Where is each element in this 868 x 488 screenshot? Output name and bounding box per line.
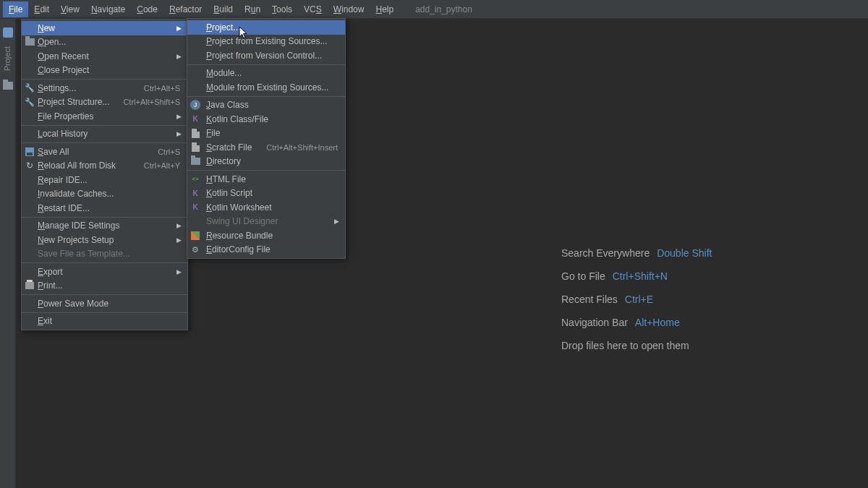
- new-menu-item-project[interactable]: Project...: [187, 20, 345, 35]
- menu-item-label: Print...: [38, 281, 180, 291]
- new-menu-item-editorconfig-file[interactable]: ⚙EditorConfig File: [187, 243, 345, 257]
- menu-separator: [22, 262, 187, 263]
- new-menu-item-directory[interactable]: Directory: [187, 155, 345, 169]
- new-menu-item-module[interactable]: Module...: [187, 67, 345, 81]
- file-menu-item-exit[interactable]: Exit: [22, 314, 187, 329]
- wrench-icon: 🔧: [25, 83, 35, 93]
- new-menu-item-file[interactable]: File: [187, 127, 345, 141]
- menu-item-label: File: [206, 128, 338, 138]
- file-menu-item-project-structure[interactable]: 🔧Project Structure...Ctrl+Alt+Shift+S: [22, 95, 187, 110]
- new-menu-item-scratch-file[interactable]: Scratch FileCtrl+Alt+Shift+Insert: [187, 140, 345, 155]
- file-menu-item-local-history[interactable]: Local History▶: [22, 127, 187, 142]
- menu-run[interactable]: Run: [239, 1, 266, 17]
- menu-tools[interactable]: Tools: [266, 1, 298, 17]
- menu-item-label: Close Project: [38, 65, 180, 75]
- menu-item-label: Kotlin Script: [206, 188, 338, 198]
- new-menu-item-project-from-existing-sources[interactable]: Project from Existing Sources...: [187, 35, 345, 49]
- file-icon: [190, 128, 200, 138]
- submenu-arrow-icon: ▶: [176, 25, 182, 32]
- folder-tool-icon[interactable]: [0, 77, 16, 93]
- menu-shortcut: Ctrl+Alt+S: [144, 84, 180, 93]
- menu-file[interactable]: File: [3, 1, 28, 17]
- menu-item-label: Repair IDE...: [38, 175, 180, 185]
- menu-window[interactable]: Window: [328, 1, 370, 17]
- menu-shortcut: Ctrl+Alt+Shift+Insert: [266, 143, 338, 152]
- new-menu-item-kotlin-class-file[interactable]: KKotlin Class/File: [187, 112, 345, 127]
- file-menu-item-close-project[interactable]: Close Project: [22, 64, 187, 78]
- file-menu-item-open-recent[interactable]: Open Recent▶: [22, 49, 187, 64]
- menu-view[interactable]: View: [55, 1, 85, 17]
- welcome-search-everywhere: Search EverywhereDouble Shift: [561, 247, 712, 259]
- menu-code[interactable]: Code: [131, 1, 163, 17]
- file-menu-item-reload-all-from-disk[interactable]: ↻Reload All from DiskCtrl+Alt+Y: [22, 159, 187, 174]
- menubar: File Edit View Navigate Code Refactor Bu…: [0, 0, 868, 19]
- menu-item-label: Restart IDE...: [38, 203, 180, 213]
- menu-item-label: Java Class: [206, 100, 338, 110]
- menu-navigate[interactable]: Navigate: [85, 1, 131, 17]
- menu-item-label: New: [38, 23, 180, 33]
- menu-vcs[interactable]: VCS: [298, 1, 328, 17]
- menu-separator: [22, 142, 187, 143]
- menu-help[interactable]: Help: [370, 1, 399, 17]
- new-menu-item-kotlin-script[interactable]: KKotlin Script: [187, 187, 345, 201]
- submenu-arrow-icon: ▶: [176, 53, 182, 60]
- menu-item-label: Project from Existing Sources...: [206, 36, 338, 46]
- menu-item-label: New Projects Setup: [38, 235, 180, 245]
- java-icon: J: [190, 100, 200, 110]
- project-tool-label[interactable]: Project: [3, 46, 12, 71]
- submenu-arrow-icon: ▶: [176, 268, 182, 275]
- file-menu-item-file-properties[interactable]: File Properties▶: [22, 109, 187, 124]
- menu-item-label: Resource Bundle: [206, 231, 338, 241]
- menu-refactor[interactable]: Refactor: [163, 1, 208, 17]
- welcome-nav-bar: Navigation BarAlt+Home: [561, 317, 712, 328]
- file-menu-item-save-file-as-template: Save File as Template...: [22, 247, 187, 262]
- menu-item-label: Save All: [38, 147, 158, 157]
- menu-item-label: Module from Existing Sources...: [206, 82, 338, 93]
- menu-item-label: Directory: [206, 156, 338, 166]
- welcome-recent-files: Recent FilesCtrl+E: [561, 294, 712, 305]
- file-menu-item-repair-ide[interactable]: Repair IDE...: [22, 173, 187, 187]
- project-tool-icon[interactable]: [0, 25, 16, 40]
- menu-separator: [187, 64, 345, 65]
- menu-item-label: Kotlin Worksheet: [206, 202, 338, 213]
- menu-item-label: Kotlin Class/File: [206, 114, 338, 124]
- file-menu-item-restart-ide[interactable]: Restart IDE...: [22, 201, 187, 215]
- menu-separator: [22, 79, 187, 80]
- menu-edit[interactable]: Edit: [28, 1, 55, 17]
- file-menu-item-print[interactable]: Print...: [22, 279, 187, 294]
- new-menu-item-resource-bundle[interactable]: Resource Bundle: [187, 228, 345, 243]
- file-menu-item-invalidate-caches[interactable]: Invalidate Caches...: [22, 187, 187, 202]
- html-icon: <>: [190, 174, 200, 184]
- file-menu-item-export[interactable]: Export▶: [22, 265, 187, 279]
- menu-item-label: Swing UI Designer: [206, 216, 338, 226]
- new-menu-item-html-file[interactable]: <>HTML File: [187, 172, 345, 187]
- new-menu-item-module-from-existing-sources[interactable]: Module from Existing Sources...: [187, 80, 345, 95]
- file-menu-item-manage-ide-settings[interactable]: Manage IDE Settings▶: [22, 219, 187, 234]
- new-menu-item-kotlin-worksheet[interactable]: KKotlin Worksheet: [187, 200, 345, 215]
- new-menu-item-java-class[interactable]: JJava Class: [187, 98, 345, 113]
- file-menu-item-save-all[interactable]: Save AllCtrl+S: [22, 145, 187, 159]
- file-menu-item-new[interactable]: New▶: [22, 21, 187, 35]
- file-menu-item-power-save-mode[interactable]: Power Save Mode: [22, 296, 187, 311]
- submenu-arrow-icon: ▶: [176, 130, 182, 137]
- menu-item-label: EditorConfig File: [206, 244, 338, 254]
- menu-item-label: Project Structure...: [38, 97, 123, 107]
- menu-item-label: Scratch File: [206, 142, 266, 153]
- project-name: add_in_python: [415, 4, 472, 14]
- bundle-icon: [190, 231, 200, 241]
- welcome-drop-files: Drop files here to open them: [561, 340, 712, 351]
- reload-icon: ↻: [25, 160, 35, 171]
- menu-separator: [22, 294, 187, 295]
- file-menu-item-settings[interactable]: 🔧Settings...Ctrl+Alt+S: [22, 81, 187, 95]
- menu-item-label: Open...: [38, 37, 180, 47]
- file-menu-item-new-projects-setup[interactable]: New Projects Setup▶: [22, 233, 187, 247]
- kotlin-icon: K: [190, 114, 200, 124]
- file-menu-item-open[interactable]: Open...: [22, 35, 187, 50]
- new-menu-item-project-from-version-control[interactable]: Project from Version Control...: [187, 48, 345, 63]
- submenu-arrow-icon: ▶: [176, 222, 182, 229]
- menu-shortcut: Ctrl+Alt+Y: [144, 161, 180, 170]
- menu-build[interactable]: Build: [208, 1, 239, 17]
- menu-item-label: Save File as Template...: [38, 249, 180, 259]
- menu-item-label: HTML File: [206, 174, 338, 184]
- folder-icon: [25, 37, 35, 47]
